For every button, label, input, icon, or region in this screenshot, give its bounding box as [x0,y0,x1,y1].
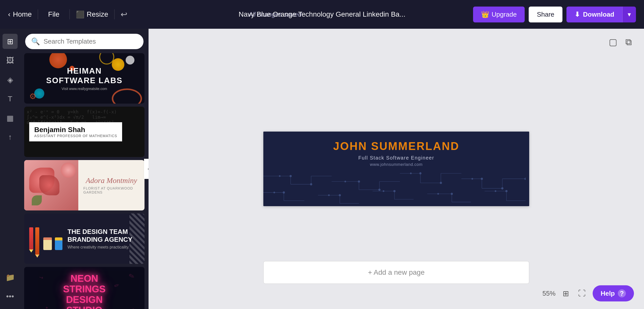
main-layout: ⊞ 🖼 ◈ T ▦ ↑ 📁 ••• 🔍 [0,29,644,309]
svg-point-22 [440,182,442,184]
topbar-right: 👑 Upgrade Share ⬇ Download ▾ [473,7,636,22]
document-title: Navy Blue Orange Technology General Link… [239,10,406,18]
sidebar-uploads-button[interactable]: ↑ [3,130,18,145]
design-pencils [29,227,62,250]
template-heiman[interactable]: ⚙ HEIMANSOFTWARE LABS Visit www.reallygr… [24,53,145,104]
collapse-icon: ‹ [148,166,149,172]
adora-text: Adora Montminy FLORIST AT QUARKWOOD GARD… [78,160,145,210]
topbar: ‹ Home File ⬛ Resize ↩ All changes saved… [0,0,644,29]
multi-page-view-button[interactable]: ⧉ [623,35,634,49]
help-label: Help [601,290,615,297]
search-bar-wrap: 🔍 [20,29,149,53]
svg-point-46 [383,190,384,192]
adora-role: FLORIST AT QUARKWOOD GARDENS [83,186,139,194]
panel-collapse-handle[interactable]: ‹ [144,159,149,179]
home-label: Home [13,10,32,18]
benjamin-name: Benjamin Shah [34,126,117,134]
design-title: THE DESIGN TEAMBRANDING AGENCY [67,228,132,243]
separator [38,9,38,19]
template-design-team[interactable]: THE DESIGN TEAMBRANDING AGENCY Where cre… [24,213,145,264]
svg-point-5 [290,175,292,177]
download-icon: ⬇ [575,11,580,18]
adora-flowers [24,160,78,210]
grid-view-button[interactable]: ⊞ [561,287,571,300]
svg-point-15 [344,181,346,182]
resize-icon: ⬛ [76,10,85,19]
upgrade-button[interactable]: 👑 Upgrade [473,7,525,22]
design-canvas[interactable]: .cl{stroke:#3a4a7a;stroke-width:2;fill:n… [263,132,529,206]
canvas-name: JOHN SUMMERLAND [333,140,459,153]
separator [114,9,115,19]
zoom-level: 55% [543,290,556,297]
sidebar-templates-button[interactable]: ⊞ [3,34,18,49]
benjamin-card: Benjamin Shah ASSISTANT PROFESSOR OF MAT… [29,122,122,141]
fullscreen-button[interactable]: ⛶ [576,287,588,300]
svg-point-13 [358,180,360,183]
home-button[interactable]: ‹ Home [8,10,32,18]
svg-point-35 [283,191,285,194]
svg-point-57 [524,178,525,180]
undo-button[interactable]: ↩ [121,10,127,19]
svg-point-51 [437,193,439,195]
canvas-wrapper: .cl{stroke:#3a4a7a;stroke-width:2;fill:n… [155,101,638,237]
canvas-area: ▢ ⧉ .cl{stroke:#3a4a7a;stroke-width:2;fi… [149,29,644,309]
svg-point-7 [279,175,281,177]
benjamin-role: ASSISTANT PROFESSOR OF MATHEMATICS [34,134,117,138]
svg-point-14 [378,189,381,191]
svg-point-56 [495,190,496,192]
help-icon: ? [618,289,626,297]
svg-point-45 [393,190,396,192]
sidebar-more-button[interactable]: ••• [3,289,18,304]
share-button[interactable]: Share [529,7,562,22]
svg-point-29 [481,178,483,180]
download-button[interactable]: ⬇ Download [566,7,622,22]
svg-point-21 [419,172,421,174]
icon-sidebar: ⊞ 🖼 ◈ T ▦ ↑ 📁 ••• [0,29,20,309]
sidebar-photos-button[interactable]: 🖼 [3,53,18,68]
help-button[interactable]: Help ? [593,285,634,301]
design-text: THE DESIGN TEAMBRANDING AGENCY Where cre… [67,228,132,250]
design-sub: Where creativity meets practicality. [67,245,132,250]
svg-point-40 [339,194,341,196]
sidebar-text-button[interactable]: T [3,91,18,106]
separator [69,9,70,19]
sidebar-background-button[interactable]: ▦ [3,110,18,126]
template-adora[interactable]: Adora Montminy FLORIST AT QUARKWOOD GARD… [24,160,145,210]
svg-point-31 [472,178,473,180]
heiman-sub: Visit www.reallygreatsite.com [46,87,122,91]
resize-button[interactable]: ⬛ Resize [76,10,108,19]
svg-point-36 [273,192,275,193]
svg-point-41 [328,194,330,196]
bottom-controls: 55% ⊞ ⛶ Help ? [543,285,634,301]
add-page-button[interactable]: + Add a new page [263,261,529,284]
canvas-role: Full Stack Software Engineer [358,155,434,161]
download-group: ⬇ Download ▾ [566,7,636,22]
crown-icon: 👑 [481,11,489,18]
svg-point-50 [451,193,453,195]
template-benjamin[interactable]: x² - e⁻ˣ = 0 y=kh f(x)=-f(-x) ∫₀^∞ e^(-x… [24,107,145,157]
template-panel: 🔍 ⚙ HEIMANSOFTWARE LABS Visit [20,29,149,309]
svg-point-23 [410,173,412,174]
download-caret-button[interactable]: ▾ [622,7,636,22]
circuit-decoration: .cl{stroke:#3a4a7a;stroke-width:2;fill:n… [263,165,526,206]
resize-label: Resize [87,10,108,18]
svg-point-30 [501,187,504,190]
svg-point-55 [505,190,508,192]
sidebar-elements-button[interactable]: ◈ [3,72,18,87]
sidebar-folder-button[interactable]: 📁 [3,270,18,285]
file-button[interactable]: File [44,8,63,20]
search-input[interactable] [44,38,137,45]
template-neon[interactable]: ✏ ✏ ✏ ↗ ↗ NEONSTRINGSDESIGNSTUDIO FREE [24,267,145,309]
search-bar-container: 🔍 [25,34,144,49]
canvas-controls-top-right: ▢ ⧉ [607,35,634,49]
template-list: ⚙ HEIMANSOFTWARE LABS Visit www.reallygr… [20,53,149,309]
single-page-view-button[interactable]: ▢ [607,35,619,49]
chevron-left-icon: ‹ [8,10,10,18]
search-icon: 🔍 [31,37,40,46]
svg-point-6 [310,183,312,186]
adora-name: Adora Montminy [86,176,137,185]
heiman-title: HEIMANSOFTWARE LABS [46,66,122,85]
